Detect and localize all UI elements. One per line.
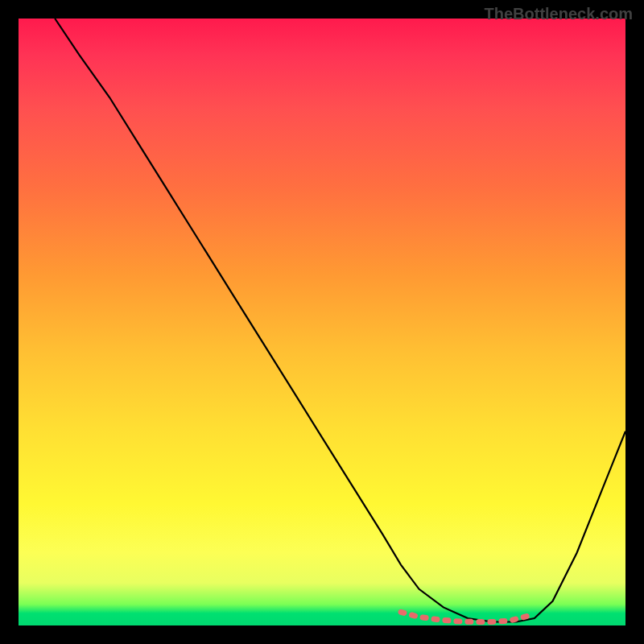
bottleneck-curve-path [55,19,625,622]
watermark-text: TheBottleneck.com [485,5,633,23]
chart-plot-area [19,19,625,625]
chart-svg [19,19,625,625]
